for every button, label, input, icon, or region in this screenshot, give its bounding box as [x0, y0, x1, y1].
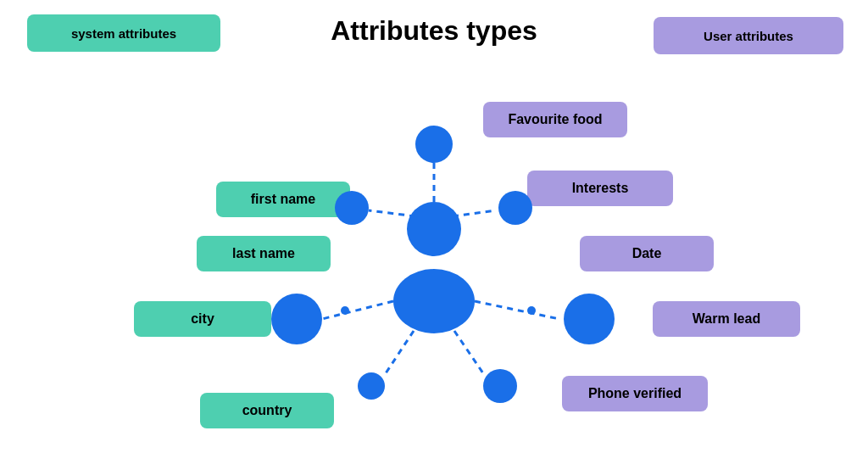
svg-point-9: [271, 294, 322, 344]
country-badge: country: [200, 393, 334, 428]
svg-line-3: [475, 301, 559, 319]
last-name-badge: last name: [197, 236, 331, 271]
svg-line-8: [454, 331, 483, 373]
user-attributes-badge: User attributes: [654, 17, 843, 54]
svg-point-13: [415, 126, 453, 163]
favourite-food-badge: Favourite food: [483, 102, 627, 137]
interests-badge: Interests: [527, 171, 673, 206]
svg-point-16: [341, 306, 349, 315]
svg-line-5: [453, 210, 496, 216]
diagram-svg: [0, 0, 868, 470]
svg-point-1: [393, 269, 475, 333]
system-attributes-badge: system attributes: [27, 14, 220, 52]
svg-point-17: [527, 306, 536, 315]
date-badge: Date: [580, 236, 714, 271]
svg-line-4: [369, 210, 415, 216]
svg-point-0: [407, 202, 461, 256]
svg-point-10: [564, 294, 615, 344]
warm-lead-badge: Warm lead: [653, 301, 800, 337]
svg-point-15: [483, 369, 517, 403]
city-badge: city: [134, 301, 271, 337]
first-name-badge: first name: [216, 182, 350, 217]
svg-line-2: [322, 301, 393, 319]
phone-verified-badge: Phone verified: [562, 376, 708, 411]
svg-point-14: [358, 372, 385, 400]
svg-line-7: [386, 331, 414, 373]
